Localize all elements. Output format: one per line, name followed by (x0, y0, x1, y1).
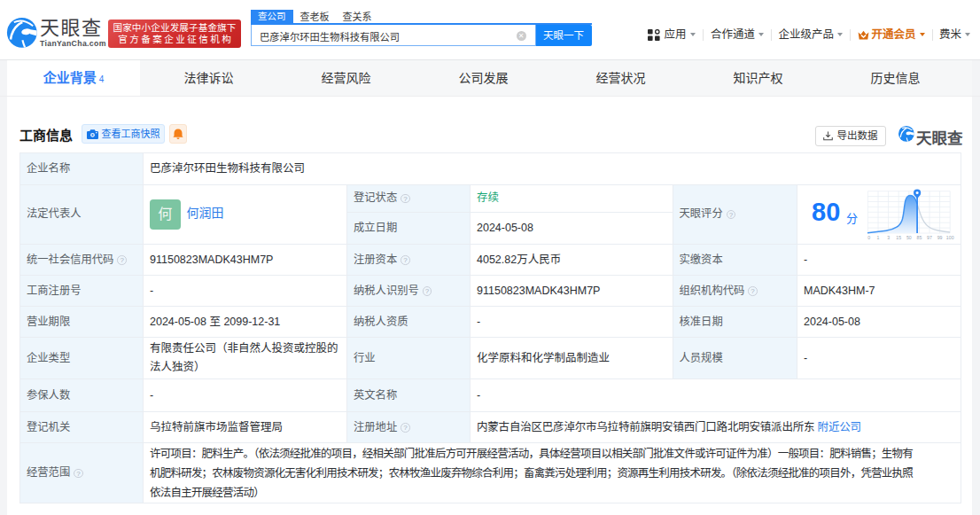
svg-text:100: 100 (946, 235, 954, 240)
svg-text:15: 15 (896, 235, 901, 240)
svg-text:85: 85 (917, 235, 922, 240)
svg-text:1: 1 (877, 235, 880, 240)
svg-text:50: 50 (906, 235, 912, 240)
svg-text:99: 99 (937, 235, 943, 240)
svg-text:0: 0 (867, 235, 870, 240)
svg-text:3: 3 (887, 235, 890, 240)
svg-text:97: 97 (927, 235, 932, 240)
